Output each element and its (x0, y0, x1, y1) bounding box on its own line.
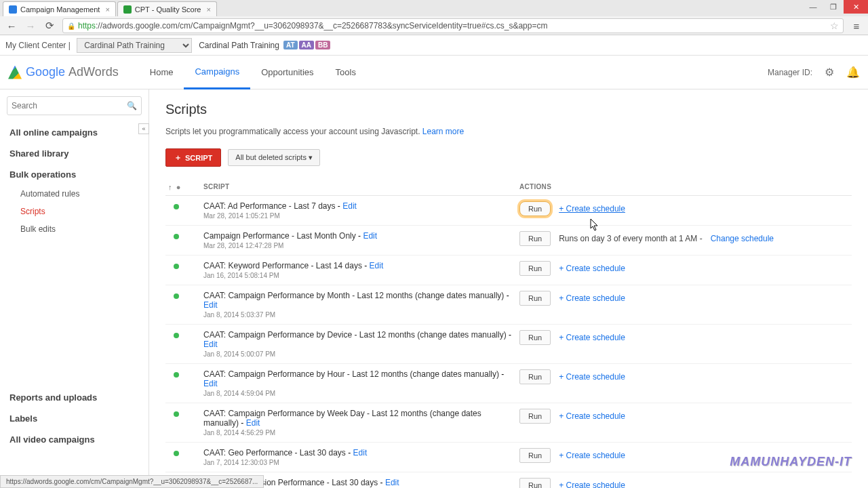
change-schedule-link[interactable]: Change schedule (711, 234, 774, 243)
adwords-logo[interactable]: Google AdWords (8, 65, 119, 79)
edit-link[interactable]: Edit (385, 478, 399, 487)
edit-link[interactable]: Edit (342, 201, 357, 211)
create-schedule-link[interactable]: + Create schedule (559, 264, 625, 273)
script-row: CAAT: Ad Extension Performance - Last 30… (165, 472, 852, 488)
sidebar-item[interactable]: All video campaigns (0, 429, 149, 450)
browser-tab[interactable]: Campaign Management× (3, 1, 116, 16)
col-script-header[interactable]: SCRIPT (203, 183, 519, 191)
nav-opportunities[interactable]: Opportunities (250, 56, 324, 89)
close-tab-icon[interactable]: × (105, 5, 109, 14)
watermark: MAMUNHAYDEN-IT (730, 455, 852, 469)
url-protocol: https (78, 21, 96, 30)
browser-tab[interactable]: CPT - Quality Score× (117, 1, 217, 16)
sidebar-search[interactable]: 🔍 (7, 96, 142, 115)
learn-more-link[interactable]: Learn more (422, 127, 464, 136)
create-schedule-link[interactable]: + Create schedule (559, 372, 625, 382)
gear-icon[interactable]: ⚙ (825, 66, 834, 79)
sidebar-item[interactable]: All online campaigns (0, 122, 149, 143)
filter-dropdown[interactable]: All but deleted scripts ▾ (228, 149, 320, 166)
new-script-button[interactable]: ＋SCRIPT (165, 148, 221, 167)
edit-link[interactable]: Edit (203, 300, 218, 310)
script-name: CAAT: Campaign Performance by Month - La… (203, 291, 504, 300)
run-button[interactable]: Run (519, 261, 551, 276)
run-button[interactable]: Run (519, 409, 551, 424)
sidebar-sub-item[interactable]: Automated rules (0, 185, 149, 203)
logo-adwords: AdWords (68, 65, 119, 79)
run-button[interactable]: Run (519, 330, 551, 345)
script-row: CAAT: Campaign Performance by Week Day -… (165, 403, 852, 443)
script-date: Jan 7, 2014 12:30:03 PM (203, 459, 511, 466)
sidebar-sub-item[interactable]: Scripts (0, 203, 149, 220)
run-button[interactable]: Run (519, 448, 551, 463)
collapse-sidebar-button[interactable]: « (138, 123, 149, 134)
status-dot-icon (174, 333, 179, 338)
sidebar-item[interactable]: Reports and uploads (0, 387, 149, 408)
edit-link[interactable]: Edit (353, 448, 368, 458)
script-date: Jan 8, 2014 5:03:37 PM (203, 311, 511, 319)
run-button[interactable]: Run (519, 291, 551, 306)
script-name: CAAT: Geo Performance - Last 30 days (203, 448, 346, 458)
script-name: Campaign Performance - Last Month Only (203, 231, 356, 241)
create-schedule-link[interactable]: + Create schedule (559, 481, 625, 488)
badge: AT (283, 41, 298, 49)
back-button[interactable]: ← (5, 20, 18, 32)
maximize-button[interactable]: ❐ (823, 0, 844, 14)
page-description: Scripts let you programmatically access … (165, 127, 852, 136)
sidebar-item[interactable]: Labels (0, 408, 149, 429)
edit-link[interactable]: Edit (203, 340, 218, 349)
sidebar-item[interactable]: Bulk operations (0, 164, 149, 185)
create-schedule-link[interactable]: + Create schedule (559, 411, 625, 421)
edit-link[interactable]: Edit (203, 379, 218, 388)
forward-button[interactable]: → (24, 20, 37, 32)
create-schedule-link[interactable]: + Create schedule (559, 451, 625, 460)
reload-button[interactable]: ⟳ (43, 20, 56, 32)
url-path: ://adwords.google.com/cm/CampaignMgmt?__… (96, 21, 547, 30)
col-actions-header: ACTIONS (519, 183, 852, 191)
address-bar: ← → ⟳ 🔒 https://adwords.google.com/cm/Ca… (0, 16, 868, 35)
script-date: Jan 8, 2014 5:00:07 PM (203, 350, 511, 358)
sidebar-sub-item[interactable]: Bulk edits (0, 220, 149, 238)
status-dot-icon (174, 293, 179, 299)
sidebar-item[interactable]: Shared library (0, 143, 149, 164)
create-schedule-link[interactable]: + Create schedule (559, 293, 625, 303)
status-dot-icon (174, 234, 179, 239)
mcc-label: My Client Center (5, 41, 66, 50)
sort-up-icon[interactable]: ↑ (168, 183, 172, 191)
script-name: CAAT: Campaign Performance by Hour - Las… (203, 369, 499, 379)
nav-campaigns[interactable]: Campaigns (184, 56, 250, 89)
bell-icon[interactable]: 🔔 (846, 66, 860, 79)
edit-link[interactable]: Edit (363, 231, 377, 241)
logo-mark-icon (8, 66, 22, 79)
tab-title: CPT - Quality Score (135, 5, 201, 14)
minimize-button[interactable]: — (803, 0, 823, 14)
create-schedule-link[interactable]: + Create schedule (559, 204, 625, 214)
script-row: CAAT: Campaign Performance by Hour - Las… (165, 364, 852, 403)
search-input[interactable] (12, 101, 127, 110)
nav-home[interactable]: Home (139, 56, 184, 89)
run-button[interactable]: Run (519, 201, 551, 216)
status-dot-icon[interactable]: ● (176, 183, 181, 191)
run-button[interactable]: Run (519, 478, 551, 488)
script-name: CAAT: Campaign Performance by Week Day -… (203, 409, 481, 428)
badge: AA (299, 41, 314, 49)
url-input[interactable]: 🔒 https://adwords.google.com/cm/Campaign… (62, 18, 844, 33)
schedule-text: Runs on day 3 of every month at 1 AM - (559, 234, 702, 243)
script-name: CAAT: Keyword Performance - Last 14 days (203, 261, 362, 270)
run-button[interactable]: Run (519, 231, 551, 246)
plus-icon: ＋ (174, 152, 182, 163)
close-window-button[interactable]: ✕ (844, 0, 868, 14)
window-controls: — ❐ ✕ (803, 0, 868, 14)
create-schedule-link[interactable]: + Create schedule (559, 333, 625, 342)
nav-tools[interactable]: Tools (325, 56, 367, 89)
run-button[interactable]: Run (519, 369, 551, 384)
tab-favicon (123, 5, 132, 14)
search-icon[interactable]: 🔍 (127, 101, 137, 110)
content-area: Scripts Scripts let you programmatically… (149, 89, 868, 488)
edit-link[interactable]: Edit (246, 418, 260, 428)
close-tab-icon[interactable]: × (206, 5, 210, 14)
edit-link[interactable]: Edit (370, 261, 384, 270)
status-dot-icon (174, 411, 179, 417)
account-select[interactable]: Cardinal Path Training (77, 38, 192, 53)
menu-button[interactable]: ≡ (850, 20, 863, 32)
bookmark-icon[interactable]: ☆ (830, 20, 839, 31)
